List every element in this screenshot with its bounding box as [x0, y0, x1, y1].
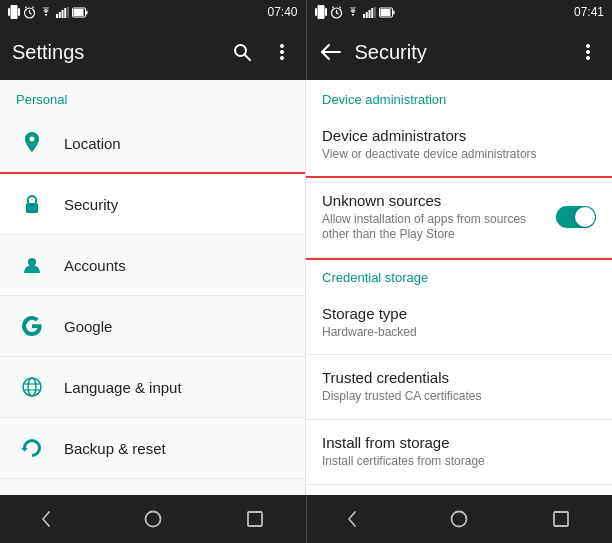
- svg-rect-24: [363, 14, 365, 18]
- svg-rect-50: [554, 512, 568, 526]
- vibrate-icon2: [315, 5, 327, 19]
- svg-rect-8: [56, 14, 58, 18]
- device-admins-item[interactable]: Device administrators View or deactivate…: [306, 113, 612, 178]
- svg-rect-11: [64, 8, 66, 18]
- svg-line-22: [332, 6, 334, 8]
- sidebar-item-accounts[interactable]: Accounts: [0, 235, 305, 296]
- svg-rect-9: [59, 12, 61, 18]
- right-nav-bar: [306, 495, 613, 543]
- svg-rect-0: [8, 8, 10, 16]
- svg-rect-14: [74, 9, 84, 16]
- svg-point-47: [145, 512, 160, 527]
- unknown-sources-text: Unknown sources Allow installation of ap…: [322, 192, 548, 243]
- svg-rect-17: [325, 8, 327, 16]
- google-label: Google: [64, 318, 112, 335]
- svg-rect-1: [18, 8, 20, 16]
- install-storage-item[interactable]: Install from storage Install certificate…: [306, 420, 612, 485]
- svg-point-43: [23, 378, 41, 396]
- trusted-credentials-text: Trusted credentials Display trusted CA c…: [322, 369, 596, 405]
- svg-point-38: [586, 44, 590, 48]
- left-status-icons: [8, 5, 88, 19]
- language-label: Language & input: [64, 379, 182, 396]
- svg-point-44: [28, 378, 36, 396]
- settings-list: Personal Location Security Accounts: [0, 80, 306, 495]
- left-status-bar: 07:40: [0, 0, 306, 24]
- recents-nav-icon[interactable]: [243, 507, 267, 531]
- trusted-credentials-item[interactable]: Trusted credentials Display trusted CA c…: [306, 355, 612, 420]
- device-admins-title: Device administrators: [322, 127, 596, 144]
- svg-rect-48: [248, 512, 262, 526]
- svg-point-34: [280, 44, 284, 48]
- sidebar-item-security[interactable]: Security: [0, 174, 305, 235]
- svg-point-40: [586, 56, 590, 60]
- unknown-sources-toggle-container: [556, 206, 596, 228]
- sidebar-item-location[interactable]: Location: [0, 113, 305, 174]
- vibrate-icon: [8, 5, 20, 19]
- left-time: 07:40: [267, 5, 297, 19]
- left-bar-icons: [230, 40, 294, 64]
- more-dots-icon[interactable]: [270, 40, 294, 64]
- svg-rect-12: [67, 7, 69, 18]
- unknown-sources-item[interactable]: Unknown sources Allow installation of ap…: [306, 178, 612, 258]
- trusted-credentials-title: Trusted credentials: [322, 369, 596, 386]
- wifi-icon2: [346, 7, 360, 18]
- right-more-icon[interactable]: [576, 40, 600, 64]
- back-nav-icon[interactable]: [39, 507, 63, 531]
- device-admins-subtitle: View or deactivate device administrators: [322, 147, 596, 163]
- svg-rect-16: [315, 8, 317, 16]
- svg-rect-10: [62, 10, 64, 18]
- battery-icon2: [379, 7, 395, 18]
- clear-credentials-item[interactable]: Clear credentials: [306, 485, 612, 495]
- storage-type-item[interactable]: Storage type Hardware-backed: [306, 291, 612, 356]
- right-back-nav-icon[interactable]: [345, 507, 369, 531]
- left-app-bar: Settings: [0, 24, 306, 80]
- security-label: Security: [64, 196, 118, 213]
- svg-rect-27: [371, 8, 373, 18]
- google-icon: [16, 310, 48, 342]
- device-admin-header: Device administration: [306, 80, 612, 113]
- alarm-icon2: [330, 6, 343, 19]
- svg-point-35: [280, 50, 284, 54]
- svg-rect-2: [11, 5, 18, 19]
- backup-icon: [16, 432, 48, 464]
- settings-title: Settings: [12, 41, 230, 64]
- signal-icon2: [363, 7, 376, 18]
- svg-rect-41: [26, 203, 38, 213]
- security-details: Device administration Device administrat…: [306, 80, 612, 495]
- security-page-title: Security: [355, 41, 577, 64]
- sidebar-item-language[interactable]: Language & input: [0, 357, 305, 418]
- language-icon: [16, 371, 48, 403]
- accounts-label: Accounts: [64, 257, 126, 274]
- unknown-sources-subtitle: Allow installation of apps from sources …: [322, 212, 548, 243]
- backup-label: Backup & reset: [64, 440, 166, 457]
- search-icon[interactable]: [230, 40, 254, 64]
- alarm-icon: [23, 6, 36, 19]
- install-storage-title: Install from storage: [322, 434, 596, 451]
- svg-point-36: [280, 56, 284, 60]
- svg-line-6: [25, 6, 27, 8]
- svg-line-23: [339, 6, 341, 8]
- sidebar-item-google[interactable]: Google: [0, 296, 305, 357]
- location-label: Location: [64, 135, 121, 152]
- right-recents-nav-icon[interactable]: [549, 507, 573, 531]
- device-admins-text: Device administrators View or deactivate…: [322, 127, 596, 163]
- wifi-icon: [39, 7, 53, 18]
- battery-icon: [72, 7, 88, 18]
- lock-icon: [16, 188, 48, 220]
- personal-section-header: Personal: [0, 80, 305, 113]
- signal-icon: [56, 7, 69, 18]
- right-status-icons: [315, 5, 395, 19]
- toggle-knob: [575, 207, 595, 227]
- back-button[interactable]: [319, 40, 343, 64]
- home-nav-icon[interactable]: [141, 507, 165, 531]
- svg-line-21: [336, 13, 338, 14]
- install-storage-text: Install from storage Install certificate…: [322, 434, 596, 470]
- storage-type-text: Storage type Hardware-backed: [322, 305, 596, 341]
- svg-rect-31: [393, 10, 395, 14]
- svg-line-33: [245, 55, 250, 60]
- right-home-nav-icon[interactable]: [447, 507, 471, 531]
- right-app-bar: Security: [306, 24, 613, 80]
- svg-rect-28: [374, 7, 376, 18]
- sidebar-item-backup[interactable]: Backup & reset: [0, 418, 305, 479]
- unknown-sources-toggle[interactable]: [556, 206, 596, 228]
